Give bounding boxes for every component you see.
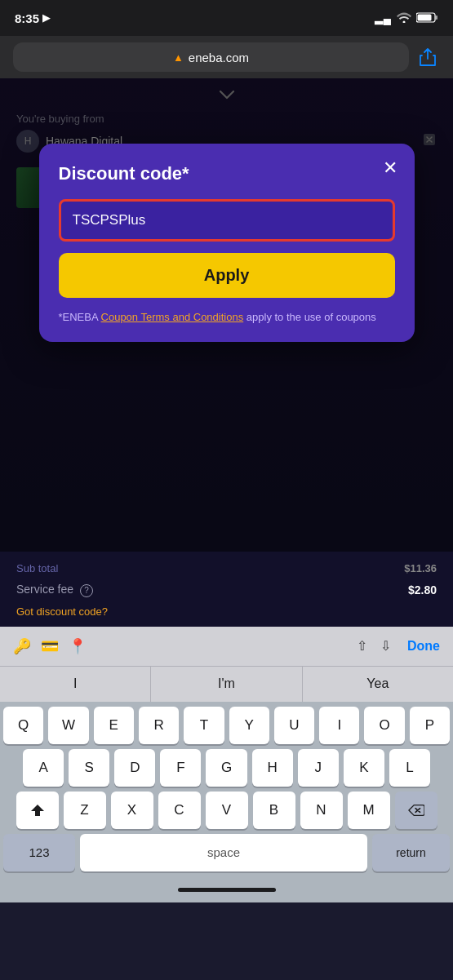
url-bar[interactable]: ▲ eneba.com xyxy=(0,36,453,78)
key-p[interactable]: P xyxy=(410,707,450,744)
discount-code-input[interactable] xyxy=(61,202,393,239)
modal-close-button[interactable]: ✕ xyxy=(379,157,402,180)
terms-prefix: *ENEBA xyxy=(59,311,101,323)
price-section: Sub total $11.36 Service fee ? $2.80 Got… xyxy=(0,552,453,627)
key-v[interactable]: V xyxy=(206,792,248,829)
key-w[interactable]: W xyxy=(48,707,88,744)
location-icon: ▶ xyxy=(42,12,50,24)
key-i[interactable]: I xyxy=(319,707,359,744)
key-g[interactable]: G xyxy=(206,749,246,787)
subtotal-label: Sub total xyxy=(16,562,58,574)
home-indicator xyxy=(178,888,276,892)
key-q[interactable]: Q xyxy=(3,707,43,744)
key-backspace[interactable] xyxy=(395,792,437,829)
keyboard-done-button[interactable]: Done xyxy=(407,639,440,654)
svg-rect-1 xyxy=(418,14,432,20)
keyboard: Q W E R T Y U I O P A S D F G H J K L Z … xyxy=(0,702,453,878)
url-warning-icon: ▲ xyxy=(173,51,184,64)
suggestions-row: I I'm Yea xyxy=(0,666,453,702)
got-discount-link[interactable]: Got discount code? xyxy=(16,605,108,618)
subtotal-value: $11.36 xyxy=(404,562,437,574)
key-o[interactable]: O xyxy=(364,707,404,744)
key-x[interactable]: X xyxy=(111,792,153,829)
url-text: eneba.com xyxy=(189,51,249,64)
discount-modal: ✕ Discount code* Apply *ENEBA Coupon Ter… xyxy=(39,144,415,342)
keyboard-row-3: Z X C V B N M xyxy=(0,787,453,829)
keyboard-toolbar: 🔑 💳 📍 ⇧ ⇩ Done xyxy=(0,627,453,666)
keyboard-row-4: 123 space return xyxy=(0,829,453,878)
service-fee-row: Service fee ? $2.80 xyxy=(16,579,437,601)
key-j[interactable]: J xyxy=(298,749,339,787)
apply-button[interactable]: Apply xyxy=(59,253,395,298)
suggestion-im[interactable]: I'm xyxy=(151,667,302,702)
key-s[interactable]: S xyxy=(69,749,109,787)
key-m[interactable]: M xyxy=(348,792,390,829)
status-bar: 8:35 ▶ ▂▄ xyxy=(0,0,453,36)
key-d[interactable]: D xyxy=(114,749,155,787)
service-fee-value: $2.80 xyxy=(408,583,437,596)
key-e[interactable]: E xyxy=(94,707,134,744)
terms-suffix: apply to the use of coupons xyxy=(243,311,376,323)
key-r[interactable]: R xyxy=(139,707,179,744)
suggestion-i[interactable]: I xyxy=(0,667,151,702)
keyboard-row-1: Q W E R T Y U I O P xyxy=(0,702,453,744)
share-button[interactable] xyxy=(415,45,440,69)
modal-backdrop: ✕ Discount code* Apply *ENEBA Coupon Ter… xyxy=(0,78,453,552)
key-c[interactable]: C xyxy=(158,792,201,829)
battery-icon xyxy=(416,11,438,25)
service-fee-label: Service fee ? xyxy=(16,583,93,597)
key-shift[interactable] xyxy=(16,792,59,829)
url-input-area[interactable]: ▲ eneba.com xyxy=(13,42,409,72)
key-t[interactable]: T xyxy=(184,707,224,744)
key-y[interactable]: Y xyxy=(229,707,269,744)
signal-icon: ▂▄ xyxy=(375,12,392,24)
discount-code-row[interactable]: Got discount code? xyxy=(16,601,437,622)
key-f[interactable]: F xyxy=(160,749,201,787)
nav-up-arrow[interactable]: ⇧ xyxy=(357,638,367,654)
key-z[interactable]: Z xyxy=(64,792,106,829)
key-u[interactable]: U xyxy=(274,707,314,744)
key-n[interactable]: N xyxy=(300,792,343,829)
key-b[interactable]: B xyxy=(253,792,295,829)
svg-rect-2 xyxy=(436,16,438,20)
time-display: 8:35 xyxy=(15,11,39,25)
nav-down-arrow[interactable]: ⇩ xyxy=(380,638,391,654)
service-fee-info-icon[interactable]: ? xyxy=(80,584,93,597)
key-l[interactable]: L xyxy=(389,749,430,787)
key-h[interactable]: H xyxy=(252,749,293,787)
terms-link[interactable]: Coupon Terms and Conditions xyxy=(101,311,244,323)
modal-title: Discount code* xyxy=(59,163,395,184)
key-k[interactable]: K xyxy=(344,749,384,787)
status-icons: ▂▄ xyxy=(375,11,438,25)
suggestion-yea[interactable]: Yea xyxy=(303,667,453,702)
status-time: 8:35 ▶ xyxy=(15,11,50,25)
keyboard-row-2: A S D F G H J K L xyxy=(0,744,453,787)
key-123[interactable]: 123 xyxy=(3,834,75,871)
key-a[interactable]: A xyxy=(23,749,64,787)
page-content: You're buying from H Hawana Digital ✕ Di… xyxy=(0,78,453,552)
key-space[interactable]: space xyxy=(80,834,367,871)
keyboard-bottom-bar xyxy=(0,878,453,902)
card-icon[interactable]: 💳 xyxy=(41,637,59,655)
keyboard-nav-arrows[interactable]: ⇧ ⇩ xyxy=(357,638,391,654)
wifi-icon xyxy=(397,11,411,25)
terms-text: *ENEBA Coupon Terms and Conditions apply… xyxy=(59,309,395,326)
password-icon[interactable]: 🔑 xyxy=(13,637,31,655)
subtotal-row: Sub total $11.36 xyxy=(16,558,437,579)
location-pin-icon[interactable]: 📍 xyxy=(69,637,87,655)
key-return[interactable]: return xyxy=(372,834,450,871)
discount-input-wrapper[interactable] xyxy=(59,199,395,242)
